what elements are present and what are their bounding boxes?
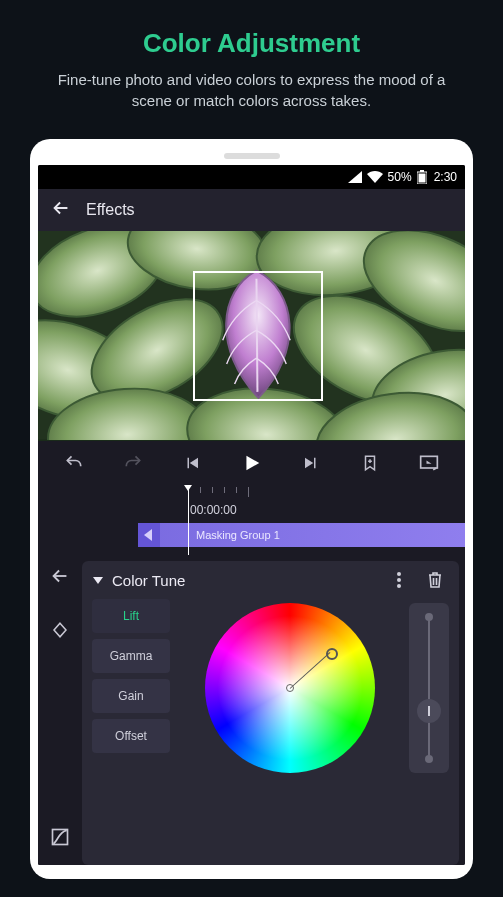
fullscreen-button[interactable] (413, 454, 445, 472)
skip-start-button[interactable] (176, 454, 208, 472)
collapse-icon[interactable] (92, 572, 104, 589)
effect-title: Color Tune (112, 572, 185, 589)
color-wheel[interactable] (205, 603, 375, 773)
selection-box[interactable] (193, 271, 323, 401)
svg-point-17 (397, 572, 401, 576)
device-frame: 50% 2:30 Effects (30, 139, 473, 879)
wheel-center (286, 684, 294, 692)
app-header: Effects (38, 189, 465, 231)
battery-icon (417, 170, 427, 184)
tool-rail (38, 555, 82, 865)
battery-percent: 50% (388, 170, 412, 184)
svg-rect-2 (418, 174, 425, 183)
effects-panel: Color Tune Lift Gamma Gain Offset (38, 555, 465, 865)
wifi-icon (367, 171, 383, 183)
param-offset[interactable]: Offset (92, 719, 170, 753)
svg-point-18 (397, 578, 401, 582)
param-lift[interactable]: Lift (92, 599, 170, 633)
keyframe-icon[interactable] (51, 621, 69, 643)
param-gain[interactable]: Gain (92, 679, 170, 713)
slider-handle[interactable] (417, 699, 441, 723)
timeline[interactable]: 00:00:00 Masking Group 1 (38, 485, 465, 555)
wheel-indicator-line (289, 652, 330, 689)
back-icon[interactable] (50, 197, 72, 223)
delete-icon[interactable] (421, 571, 449, 589)
undo-button[interactable] (58, 453, 90, 473)
cell-signal-icon (348, 171, 362, 183)
ruler (188, 487, 465, 501)
panel-back-button[interactable] (49, 565, 71, 591)
redo-button[interactable] (117, 453, 149, 473)
video-preview[interactable] (38, 231, 465, 441)
param-list: Lift Gamma Gain Offset (92, 599, 170, 865)
status-bar: 50% 2:30 (38, 165, 465, 189)
slider-end-bottom (425, 755, 433, 763)
slider-track (428, 617, 430, 759)
curves-icon[interactable] (50, 827, 70, 851)
promo-title: Color Adjustment (0, 28, 503, 59)
clock: 2:30 (434, 170, 457, 184)
device-speaker (224, 153, 280, 159)
playhead[interactable] (188, 485, 189, 555)
skip-end-button[interactable] (295, 454, 327, 472)
clip-label: Masking Group 1 (196, 529, 280, 541)
page-title: Effects (86, 201, 135, 219)
clip-handle-left[interactable] (138, 523, 160, 547)
play-button[interactable] (235, 452, 267, 474)
timecode: 00:00:00 (190, 503, 237, 517)
param-gamma[interactable]: Gamma (92, 639, 170, 673)
wheel-knob[interactable] (326, 648, 338, 660)
color-tune-card: Color Tune Lift Gamma Gain Offset (82, 561, 459, 865)
more-icon[interactable] (385, 572, 413, 588)
add-marker-button[interactable] (354, 454, 386, 472)
screen: 50% 2:30 Effects (38, 165, 465, 865)
promo-subtitle: Fine-tune photo and video colors to expr… (40, 69, 463, 111)
svg-point-19 (397, 584, 401, 588)
luminance-slider[interactable] (409, 603, 449, 773)
transport-bar (38, 441, 465, 485)
